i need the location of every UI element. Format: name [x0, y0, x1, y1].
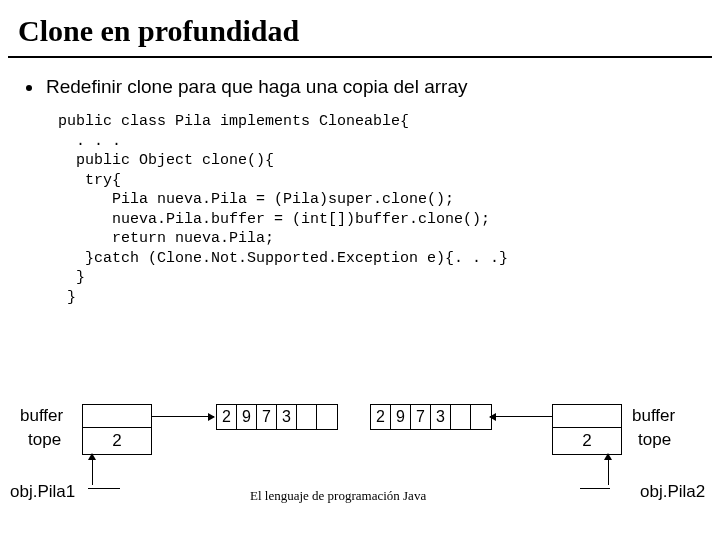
- right-buffer-cell: [552, 404, 622, 428]
- arrow-left-buffer-icon: [152, 416, 214, 417]
- right-tope-cell: 2: [552, 427, 622, 455]
- left-tope-label: tope: [28, 430, 61, 450]
- array1-cell: 2: [217, 405, 237, 429]
- array2-cell: 2: [371, 405, 391, 429]
- bullet-text: Redefinir clone para que haga una copia …: [46, 76, 467, 98]
- arrow-right-obj-horz-icon: [580, 488, 610, 489]
- array2-cell: 7: [411, 405, 431, 429]
- array1-cell: 7: [257, 405, 277, 429]
- array1-cell: [317, 405, 337, 429]
- arrow-right-buffer-icon: [490, 416, 552, 417]
- bullet-dot-icon: [26, 85, 32, 91]
- title-underline: [8, 56, 712, 58]
- arrow-left-obj-head-icon: [88, 453, 96, 460]
- array1-cell: 9: [237, 405, 257, 429]
- right-buffer-label: buffer: [632, 406, 675, 426]
- right-obj-label: obj.Pila2: [640, 482, 705, 502]
- array2-cell: 3: [431, 405, 451, 429]
- left-obj-label: obj.Pila1: [10, 482, 75, 502]
- left-buffer-cell: [82, 404, 152, 428]
- code-block: public class Pila implements Cloneable{ …: [0, 98, 720, 307]
- array1-cell: [297, 405, 317, 429]
- right-tope-label: tope: [638, 430, 671, 450]
- array-2: 2 9 7 3: [370, 404, 492, 430]
- array2-cell: 9: [391, 405, 411, 429]
- slide-footer: El lenguaje de programación Java: [250, 488, 426, 504]
- left-buffer-label: buffer: [20, 406, 63, 426]
- left-tope-cell: 2: [82, 427, 152, 455]
- array2-cell: [471, 405, 491, 429]
- slide-title: Clone en profundidad: [0, 0, 720, 56]
- arrow-right-obj-head-icon: [604, 453, 612, 460]
- array2-cell: [451, 405, 471, 429]
- bullet-item: Redefinir clone para que haga una copia …: [0, 76, 720, 98]
- array-1: 2 9 7 3: [216, 404, 338, 430]
- array1-cell: 3: [277, 405, 297, 429]
- arrow-left-obj-horz-icon: [88, 488, 120, 489]
- diagram: buffer tope 2 2 9 7 3 2 9 7 3 2 buffer t…: [0, 402, 720, 522]
